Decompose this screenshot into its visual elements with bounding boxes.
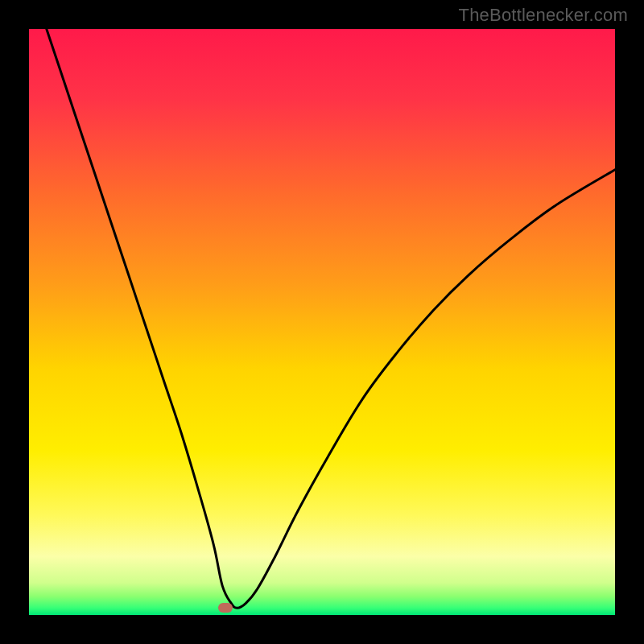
- bottleneck-curve: [47, 29, 615, 608]
- optimal-point-marker: [218, 603, 233, 613]
- curve-layer: [29, 29, 615, 615]
- watermark-label: TheBottlenecker.com: [459, 5, 628, 26]
- chart-frame: TheBottlenecker.com: [0, 0, 644, 644]
- plot-area: [29, 29, 615, 615]
